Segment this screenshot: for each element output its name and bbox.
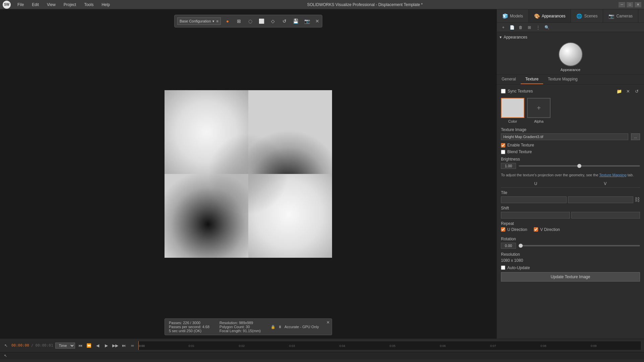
tab-libraries[interactable]: 📚 Libraries	[638, 9, 644, 22]
tab-models[interactable]: 🧊 Models	[497, 9, 529, 22]
status-close[interactable]: ✕	[326, 320, 330, 325]
viewport-btn-save[interactable]: 💾	[291, 16, 301, 26]
menu-project[interactable]: Project	[62, 2, 77, 8]
shift-u-input[interactable]: 0.00	[501, 212, 570, 219]
auto-update-label: Auto-Update	[507, 265, 530, 270]
texture-mapping-link[interactable]: Texture Mapping	[599, 173, 626, 177]
viewport-btn-box[interactable]: ⬜	[257, 16, 266, 26]
tile-label: Tile	[501, 190, 640, 195]
prev-frame-btn[interactable]: ⏪	[86, 342, 92, 349]
viewport-area: Base Configuration ▾ ≡ ● ⊞ ◌ ⬜ ◇ ↺ 💾 📷 ✕…	[0, 9, 497, 339]
sync-textures-checkbox[interactable]	[501, 89, 506, 94]
blend-texture-checkbox[interactable]	[501, 150, 505, 154]
toolbar-grid-btn[interactable]: ⊞	[526, 24, 533, 31]
cursor-tool[interactable]: ↖	[3, 342, 9, 349]
tab-cameras[interactable]: 📷 Cameras	[603, 9, 638, 22]
viewport-btn-gem[interactable]: ◇	[268, 16, 278, 26]
brightness-label: Brightness	[501, 157, 640, 162]
texture-open-file-icon[interactable]: 📁	[616, 88, 623, 95]
brightness-value[interactable]	[501, 163, 516, 169]
toolbar-add-btn[interactable]: +	[500, 24, 507, 31]
status-render-info: Resolution: 989x989 Polygon Count: 30 Fo…	[219, 321, 261, 333]
toolbar-delete-btn[interactable]: 🗑	[517, 24, 524, 31]
appearance-item[interactable]: Appearance	[500, 42, 641, 72]
shift-row: 0.00 0.00	[501, 212, 640, 219]
menu-edit[interactable]: Edit	[30, 2, 40, 8]
viewport-toolbar: Base Configuration ▾ ≡ ● ⊞ ◌ ⬜ ◇ ↺ 💾 📷 ✕	[174, 15, 322, 27]
panel-top-tabs: 🧊 Models 🎨 Appearances 🌐 Scenes 📷 Camera…	[497, 9, 644, 23]
go-start-btn[interactable]: ⏮	[77, 342, 84, 349]
timeline-track[interactable]: 0:00 0:01 0:02 0:03 0:04 0:05 0:06 0:07 …	[138, 341, 641, 350]
status-polygon-count: Polygon Count: 30	[219, 325, 261, 329]
right-panel: 🧊 Models 🎨 Appearances 🌐 Scenes 📷 Camera…	[497, 9, 644, 339]
cursor-icon[interactable]: ↖	[3, 353, 8, 359]
auto-update-checkbox[interactable]	[501, 265, 505, 270]
texture-image-input[interactable]	[501, 133, 628, 140]
loop-btn[interactable]: ∞	[129, 342, 136, 349]
time-total: 00:00:01	[36, 343, 53, 348]
menu-tools[interactable]: Tools	[83, 2, 95, 8]
info-text: To adjust the texture's projection over …	[501, 172, 640, 178]
v-direction-checkbox[interactable]	[534, 227, 538, 232]
status-render-mode-info: 🔒 ⏸ Accurate - GPU Only	[271, 325, 319, 329]
tab-scenes[interactable]: 🌐 Scenes	[571, 9, 603, 22]
enable-texture-checkbox[interactable]	[501, 143, 505, 147]
chain-icon[interactable]: ⛓	[635, 196, 640, 203]
toolbar-more-btn[interactable]: ⋮	[534, 24, 542, 31]
tab-appearances-label: Appearances	[542, 14, 566, 18]
play-forward-btn[interactable]: ▶▶	[112, 342, 119, 349]
u-direction-label: U Direction	[507, 227, 527, 232]
go-end-btn[interactable]: ⏭	[121, 342, 127, 349]
window-title: SOLIDWORKS Visualize Professional - Disp…	[117, 2, 613, 7]
config-list-icon[interactable]: ≡	[216, 19, 218, 23]
u-direction-checkbox[interactable]	[501, 227, 505, 232]
config-selector[interactable]: Base Configuration ▾ ≡	[177, 17, 221, 25]
rotation-value[interactable]	[501, 243, 516, 249]
shift-v-input[interactable]: 0.00	[571, 212, 640, 219]
viewport-btn-refresh[interactable]: ↺	[280, 16, 289, 26]
sub-tab-texture[interactable]: Texture	[521, 75, 543, 84]
play-back-btn[interactable]: ◀	[94, 342, 101, 349]
resolution-label: Resolution	[501, 252, 640, 257]
brightness-thumb[interactable]	[577, 164, 581, 168]
tile-v-input[interactable]: 1.00	[568, 196, 634, 203]
v-direction-row: V Direction	[534, 227, 560, 232]
texture-refresh-icon[interactable]: ↺	[633, 88, 640, 95]
menu-file[interactable]: File	[16, 2, 25, 8]
tab-models-label: Models	[510, 14, 523, 18]
sub-tab-general[interactable]: General	[497, 75, 521, 84]
viewport-btn-sphere[interactable]: ◌	[246, 16, 255, 26]
toolbar-search-btn[interactable]: 🔍	[543, 24, 551, 31]
rotation-track[interactable]	[519, 245, 640, 246]
texture-slot-color[interactable]: Color	[501, 98, 524, 123]
status-time-remaining: 5 sec until 250 (OK)	[169, 329, 209, 333]
time-mode-select[interactable]: Time	[55, 343, 75, 349]
menu-view[interactable]: View	[46, 2, 57, 8]
brightness-track[interactable]	[519, 165, 640, 167]
status-focal-length: Focal Length: 91.15(mm)	[219, 329, 261, 333]
update-texture-btn[interactable]: Update Texture Image	[501, 272, 640, 282]
toolbar-doc-btn[interactable]: 📄	[508, 24, 516, 31]
play-btn[interactable]: ▶	[103, 342, 110, 349]
maximize-button[interactable]: □	[627, 2, 633, 7]
alpha-slot-preview: +	[527, 98, 551, 118]
minimize-button[interactable]: ─	[619, 2, 625, 7]
viewport-btn-grid[interactable]: ⊞	[234, 16, 244, 26]
texture-clear-icon[interactable]: ✕	[625, 88, 631, 95]
texture-browse-btn[interactable]: ...	[631, 133, 640, 140]
viewport-btn-camera[interactable]: 📷	[303, 16, 312, 26]
panel-content: Sync Textures 📁 ✕ ↺ Color +	[497, 84, 644, 339]
tile-u-input[interactable]: 1.00	[501, 196, 567, 203]
texture-slot-alpha[interactable]: + Alpha	[527, 98, 551, 123]
appearances-collapse-icon[interactable]: ▾	[500, 35, 502, 40]
viewport-toolbar-close[interactable]: ✕	[315, 18, 319, 24]
close-button[interactable]: ✕	[635, 2, 641, 7]
viewport-btn-circle[interactable]: ●	[223, 16, 232, 26]
menu-help[interactable]: Help	[100, 2, 111, 8]
blend-texture-label: Blend Texture	[507, 149, 532, 154]
rotation-thumb[interactable]	[519, 244, 523, 248]
sub-tab-texture-mapping[interactable]: Texture Mapping	[543, 75, 582, 84]
tile-row: 1.00 1.00 ⛓	[501, 196, 640, 203]
tab-appearances[interactable]: 🎨 Appearances	[529, 9, 571, 22]
panel-toolbar: + 📄 🗑 ⊞ ⋮ 🔍	[497, 23, 644, 32]
